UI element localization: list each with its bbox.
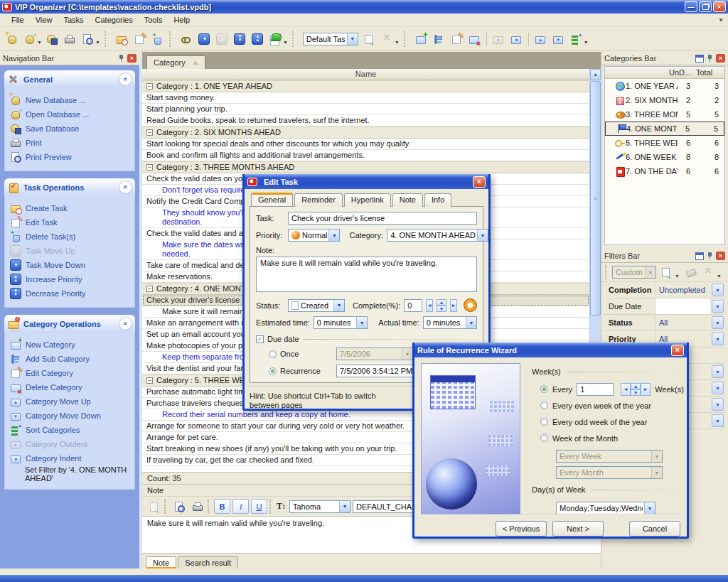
erase-filter-button[interactable]	[684, 265, 698, 279]
italic-button[interactable]: I	[232, 499, 249, 514]
tab-note[interactable]: Note	[392, 193, 423, 207]
next-button[interactable]: Next >	[552, 521, 604, 537]
due-date-checkbox[interactable]: ✓	[256, 335, 264, 343]
dropdown-caret-icon[interactable]: ▼	[584, 40, 589, 45]
menu-overflow-icon[interactable]: ▼	[718, 17, 728, 23]
collapse-icon[interactable]: −	[146, 164, 153, 171]
sidebar-item-new-category[interactable]: New Category	[10, 338, 132, 352]
category-row[interactable]: −Category : 3. THREE MONTHS AHEAD	[142, 161, 589, 173]
cat-new-button[interactable]	[412, 30, 430, 48]
category-row[interactable]: −Category : 2. SIX MONTHS AHEAD	[142, 126, 589, 139]
chevron-down-icon[interactable]: ▼	[712, 300, 724, 313]
tab-general[interactable]: General	[251, 193, 293, 206]
font-combo[interactable]: Tahoma▼	[289, 500, 350, 513]
minimize-button[interactable]: —	[685, 1, 697, 12]
sidebar-item-set-filter-by-4-one-month-ahead[interactable]: Set Filter by '4. ONE MONTH AHEAD'	[10, 465, 132, 483]
chevron-down-icon[interactable]: ▼	[712, 316, 724, 329]
complete-toggle-button[interactable]	[464, 298, 477, 312]
note-print-button[interactable]	[189, 499, 205, 514]
week-interval-input[interactable]: 1	[577, 383, 614, 396]
tab-search-result[interactable]: Search result	[178, 556, 238, 568]
tab-hyperlink[interactable]: Hyperlink	[344, 193, 391, 207]
wizard-option-every-odd-week-of-the-year[interactable]: Every odd week of the year	[540, 414, 684, 430]
cat-up-button[interactable]	[532, 30, 550, 48]
task-move-down-button[interactable]	[196, 30, 213, 48]
sidebar-item-decrease-priority[interactable]: Decrease Priority	[10, 286, 132, 301]
pin-icon[interactable]	[707, 54, 713, 63]
scroll-up-icon[interactable]: ▲	[590, 69, 601, 80]
preview-button[interactable]	[79, 30, 97, 48]
filter-row-completion[interactable]: CompletionUncompleted▼	[604, 282, 725, 298]
dropdown-caret-icon[interactable]: ▼	[95, 40, 100, 45]
restore-button[interactable]	[699, 1, 712, 12]
spin-down-icon[interactable]: ▼	[437, 306, 446, 312]
sidebar-item-edit-category[interactable]: Edit Category	[10, 366, 132, 380]
nav-group-header[interactable]: General«	[4, 70, 135, 88]
wizard-option-week-of-the-month[interactable]: Week of the Month	[540, 430, 684, 446]
menu-item-tools[interactable]: Tools	[139, 14, 168, 26]
chevron-down-icon[interactable]: ▼	[712, 365, 724, 378]
pencil-button[interactable]	[448, 30, 466, 48]
cat-del-button[interactable]	[466, 30, 483, 48]
tab-reminder[interactable]: Reminder	[294, 193, 343, 207]
sidebar-item-print[interactable]: Print	[10, 136, 132, 150]
status-combo[interactable]: Created▼	[288, 299, 345, 312]
chevron-down-icon[interactable]: ▼	[712, 398, 724, 411]
column-header-name[interactable]: Name	[142, 69, 589, 80]
category-combo[interactable]: 4. ONE MONTH AHEAD▼	[387, 229, 488, 242]
sidebar-item-category-move-up[interactable]: Category Move Up	[10, 394, 132, 409]
task-type-combo[interactable]: Default Task V▼	[303, 33, 358, 45]
note-preview-button[interactable]	[171, 499, 187, 514]
spin-up-icon[interactable]: ▲	[631, 383, 641, 389]
menu-item-help[interactable]: Help	[168, 14, 196, 26]
task-row[interactable]: Book and confirm all flights and additio…	[142, 150, 589, 161]
category-row[interactable]: −Category : 1. ONE YEAR AHEAD	[142, 80, 589, 92]
find-button[interactable]	[178, 30, 196, 48]
filter-row-due-date[interactable]: Due Date▼	[604, 298, 725, 315]
decrease-priority-button[interactable]	[231, 30, 249, 48]
collapse-icon[interactable]: −	[146, 377, 153, 384]
cat-in-button[interactable]	[508, 30, 525, 48]
menu-item-tasks[interactable]: Tasks	[58, 14, 89, 26]
task-new-button[interactable]	[113, 30, 131, 48]
chevron-down-icon[interactable]: ▼	[328, 230, 339, 241]
column-undone[interactable]: UnD...	[669, 67, 696, 78]
cat-sub-button[interactable]	[430, 30, 448, 48]
sidebar-item-category-move-down[interactable]: Category Move Down	[10, 409, 132, 423]
apply-button[interactable]	[360, 30, 378, 48]
collapse-icon[interactable]: −	[146, 286, 153, 292]
category-list-item[interactable]: 6. ONE WEEK AH88	[605, 150, 724, 164]
close-icon[interactable]: ×	[671, 345, 684, 356]
group-by-category-tab[interactable]: Category	[146, 55, 205, 69]
pencil-button[interactable]	[131, 30, 149, 48]
sort-button[interactable]	[567, 30, 585, 48]
spin-down-icon[interactable]: ▼	[631, 389, 641, 396]
chevron-down-icon[interactable]: ▼	[477, 230, 488, 241]
days-of-week-combo[interactable]: Monday;Tuesday;Wedne▼	[556, 502, 655, 514]
collapse-chevron-icon[interactable]: «	[119, 73, 132, 85]
filter-row-status[interactable]: StatusAll▼	[604, 315, 725, 331]
spin-left-icon[interactable]: ◄	[621, 383, 631, 396]
db-save-button[interactable]	[43, 30, 61, 48]
task-row[interactable]: Start looking for special deals and othe…	[142, 139, 589, 150]
view-notes-button[interactable]	[267, 30, 284, 48]
radio-icon[interactable]	[540, 385, 548, 393]
sidebar-item-increase-priority[interactable]: Increase Priority	[10, 272, 132, 286]
menu-item-categories[interactable]: Categories	[90, 14, 139, 26]
collapse-chevron-icon[interactable]: «	[119, 318, 132, 330]
menu-item-file[interactable]: File	[6, 14, 30, 26]
db-new-button[interactable]	[3, 30, 21, 48]
chevron-down-icon[interactable]: ▼	[712, 382, 724, 394]
window-icon[interactable]	[695, 252, 704, 260]
sidebar-item-delete-category[interactable]: Delete Category	[10, 380, 132, 394]
radio-icon[interactable]	[540, 402, 548, 409]
task-row[interactable]: Read Guide books, speak to returned trav…	[142, 115, 589, 126]
dropdown-caret-icon[interactable]: ▼	[675, 274, 680, 279]
printer-button[interactable]	[61, 30, 79, 48]
chevron-down-icon[interactable]: ▼	[712, 284, 724, 296]
bold-button[interactable]: B	[214, 499, 230, 514]
wizard-option-every-even-week-of-the-year[interactable]: Every even week of the year	[540, 397, 684, 414]
radio-icon[interactable]	[540, 434, 548, 442]
collapse-icon[interactable]: −	[146, 129, 153, 136]
sidebar-item-create-task[interactable]: Create Task	[10, 201, 132, 215]
